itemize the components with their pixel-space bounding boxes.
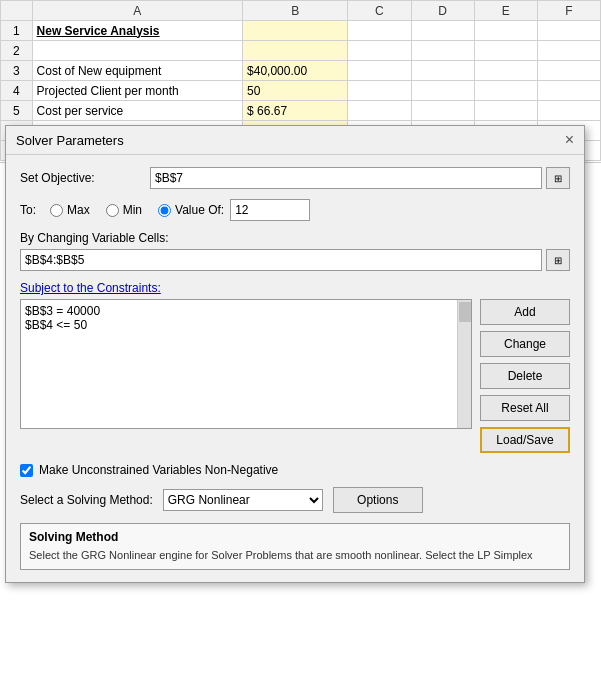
radio-max-text: Max: [67, 203, 90, 217]
solver-dialog: Solver Parameters × Set Objective: ⊞ To:…: [5, 125, 585, 583]
set-objective-row: Set Objective: ⊞: [20, 167, 570, 189]
change-button[interactable]: Change: [480, 331, 570, 357]
radio-min-label[interactable]: Min: [106, 203, 142, 217]
cell-d1[interactable]: [411, 21, 474, 41]
solving-method-section: Solving Method Select the GRG Nonlinear …: [20, 523, 570, 570]
solving-method-label: Select a Solving Method:: [20, 493, 153, 507]
cell-e2[interactable]: [474, 41, 537, 61]
row-num-4: 4: [1, 81, 33, 101]
set-objective-grid-button[interactable]: ⊞: [546, 167, 570, 189]
grid-icon: ⊞: [554, 173, 562, 184]
cell-d3[interactable]: [411, 61, 474, 81]
cell-b4[interactable]: 50: [243, 81, 348, 101]
cell-b3[interactable]: $40,000.00: [243, 61, 348, 81]
cell-d2[interactable]: [411, 41, 474, 61]
set-objective-input[interactable]: [150, 167, 542, 189]
row-num-2: 2: [1, 41, 33, 61]
cell-c1[interactable]: [348, 21, 411, 41]
radio-min-text: Min: [123, 203, 142, 217]
row-num-3: 3: [1, 61, 33, 81]
to-label: To:: [20, 203, 50, 217]
cell-c3[interactable]: [348, 61, 411, 81]
changing-row: ⊞: [20, 249, 570, 271]
table-row: 4 Projected Client per month 50: [1, 81, 601, 101]
changing-label-text: By Changing Variable Cells:: [20, 231, 169, 245]
close-button[interactable]: ×: [565, 132, 574, 148]
radio-group: Max Min Value Of:: [50, 199, 310, 221]
solving-method-row: Select a Solving Method: GRG Nonlinear O…: [20, 487, 570, 513]
cell-b1[interactable]: [243, 21, 348, 41]
cell-e5[interactable]: [474, 101, 537, 121]
cell-f5[interactable]: [537, 101, 600, 121]
col-e-header[interactable]: E: [474, 1, 537, 21]
changing-grid-button[interactable]: ⊞: [546, 249, 570, 271]
radio-max[interactable]: [50, 204, 63, 217]
radio-max-label[interactable]: Max: [50, 203, 90, 217]
table-row: 3 Cost of New equipment $40,000.00: [1, 61, 601, 81]
cell-a4[interactable]: Projected Client per month: [32, 81, 243, 101]
cell-a5[interactable]: Cost per service: [32, 101, 243, 121]
cell-a2[interactable]: [32, 41, 243, 61]
cell-a3[interactable]: Cost of New equipment: [32, 61, 243, 81]
dialog-title: Solver Parameters: [16, 133, 124, 148]
reset-all-button[interactable]: Reset All: [480, 395, 570, 421]
constraints-area: $B$3 = 40000 $B$4 <= 50 Add Change Delet…: [20, 299, 570, 453]
cell-c4[interactable]: [348, 81, 411, 101]
checkbox-label: Make Unconstrained Variables Non-Negativ…: [39, 463, 278, 477]
col-d-header[interactable]: D: [411, 1, 474, 21]
dialog-titlebar: Solver Parameters ×: [6, 126, 584, 155]
table-row: 5 Cost per service $ 66.67: [1, 101, 601, 121]
cell-f2[interactable]: [537, 41, 600, 61]
value-of-group: Value Of:: [158, 199, 310, 221]
solving-method-select[interactable]: GRG Nonlinear: [163, 489, 323, 511]
scrollbar[interactable]: [457, 300, 471, 428]
load-save-button[interactable]: Load/Save: [480, 427, 570, 453]
value-of-input[interactable]: [230, 199, 310, 221]
constraints-list[interactable]: $B$3 = 40000 $B$4 <= 50: [20, 299, 472, 429]
to-row: To: Max Min Value Of:: [20, 199, 570, 221]
changing-label: By Changing Variable Cells:: [20, 231, 570, 245]
table-row: 2: [1, 41, 601, 61]
row-num-5: 5: [1, 101, 33, 121]
cell-f1[interactable]: [537, 21, 600, 41]
cell-e4[interactable]: [474, 81, 537, 101]
col-c-header[interactable]: C: [348, 1, 411, 21]
constraints-buttons: Add Change Delete Reset All Load/Save: [480, 299, 570, 453]
nonnegative-checkbox[interactable]: [20, 464, 33, 477]
dialog-body: Set Objective: ⊞ To: Max Min: [6, 155, 584, 582]
cell-c2[interactable]: [348, 41, 411, 61]
changing-cells-input[interactable]: [20, 249, 542, 271]
delete-button[interactable]: Delete: [480, 363, 570, 389]
add-button[interactable]: Add: [480, 299, 570, 325]
checkbox-row: Make Unconstrained Variables Non-Negativ…: [20, 463, 570, 477]
radio-value-of-label[interactable]: Value Of:: [158, 203, 224, 217]
radio-value-of[interactable]: [158, 204, 171, 217]
scrollbar-thumb[interactable]: [459, 302, 471, 322]
cell-a1[interactable]: New Service Analysis: [32, 21, 243, 41]
col-f-header[interactable]: F: [537, 1, 600, 21]
cell-e1[interactable]: [474, 21, 537, 41]
cell-f3[interactable]: [537, 61, 600, 81]
radio-min[interactable]: [106, 204, 119, 217]
cell-b2[interactable]: [243, 41, 348, 61]
row-num-1: 1: [1, 21, 33, 41]
cell-e3[interactable]: [474, 61, 537, 81]
grid-icon-2: ⊞: [554, 255, 562, 266]
constraints-label: Subject to the Constraints:: [20, 281, 570, 295]
cell-c5[interactable]: [348, 101, 411, 121]
set-objective-label: Set Objective:: [20, 171, 150, 185]
cell-f4[interactable]: [537, 81, 600, 101]
cell-d5[interactable]: [411, 101, 474, 121]
constraint-item-1: $B$3 = 40000: [25, 304, 467, 318]
options-button[interactable]: Options: [333, 487, 423, 513]
constraint-item-2: $B$4 <= 50: [25, 318, 467, 332]
radio-value-of-text: Value Of:: [175, 203, 224, 217]
cell-b5[interactable]: $ 66.67: [243, 101, 348, 121]
cell-d4[interactable]: [411, 81, 474, 101]
col-a-header[interactable]: A: [32, 1, 243, 21]
table-row: 1 New Service Analysis: [1, 21, 601, 41]
col-b-header[interactable]: B: [243, 1, 348, 21]
solving-method-title: Solving Method: [29, 530, 561, 544]
row-header-col: [1, 1, 33, 21]
solving-method-desc: Select the GRG Nonlinear engine for Solv…: [29, 548, 561, 563]
